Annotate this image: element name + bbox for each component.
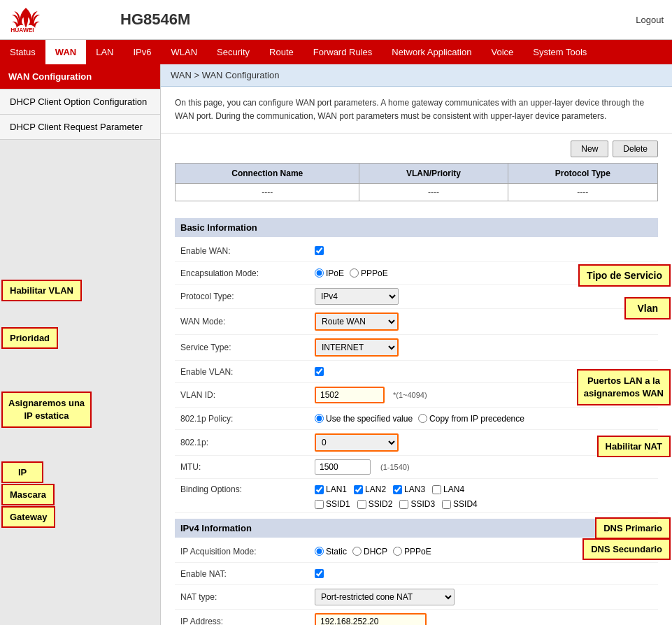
enable-nat-label: Enable NAT:: [175, 569, 315, 579]
copy-ip-option[interactable]: Copy from IP precedence: [418, 414, 524, 424]
nav-voice[interactable]: Voice: [481, 40, 523, 64]
wan-mode-label: WAN Mode:: [175, 317, 315, 326]
enable-wan-label: Enable WAN:: [175, 246, 315, 256]
ssid1-check[interactable]: SSID1: [315, 499, 350, 509]
annotation-vlan: Vlan: [624, 297, 671, 319]
svg-text:HUAWEI: HUAWEI: [10, 27, 34, 34]
mtu-label: MTU:: [175, 462, 315, 472]
pppoe-ip-option[interactable]: PPPoE: [393, 547, 431, 556]
nav-status[interactable]: Status: [0, 40, 45, 64]
col-protocol-type: Protocol Type: [508, 164, 657, 184]
annotation-tipo-servicio: Tipo de Servicio: [578, 264, 671, 287]
basic-info-header: Basic Information: [175, 218, 658, 237]
enable-wan-row: Enable WAN:: [175, 240, 658, 262]
8021p-select[interactable]: 0 1 2 3 4 5 6 7: [315, 433, 399, 452]
dhcp-option[interactable]: DHCP: [352, 547, 387, 556]
nav-forward[interactable]: Forward Rules: [303, 40, 383, 64]
lan-checkboxes: LAN1 LAN2 LAN3 LAN4: [315, 484, 478, 494]
policy-8021p-row: 802.1p Policy: Use the specified value C…: [175, 408, 658, 430]
col-connection-name: Connection Name: [176, 164, 359, 184]
annotation-ip-estatica: Asignaremos unaIP estatica: [1, 391, 92, 428]
ip-address-row: IP Address:: [175, 610, 658, 625]
ip-address-input[interactable]: [315, 613, 427, 625]
nav-route[interactable]: Route: [259, 40, 303, 64]
ip-mode-label: IP Acquisition Mode:: [175, 547, 315, 556]
annotation-habilitar-vlan: Habilitar VLAN: [1, 280, 82, 301]
info-box: On this page, you can configure WAN port…: [161, 87, 672, 134]
annotation-prioridad: Prioridad: [1, 327, 58, 349]
delete-button[interactable]: Delete: [613, 141, 658, 157]
nat-type-label: NAT type:: [175, 592, 315, 602]
ipoE-option[interactable]: IPoE: [315, 268, 344, 278]
annotation-dns-primario: DNS Primario: [595, 517, 671, 539]
nav-ipv6[interactable]: IPv6: [124, 40, 162, 64]
table-row: ---- ---- ----: [176, 184, 658, 201]
encapsulation-label: Encapsulation Mode:: [175, 268, 315, 278]
policy-8021p-label: 802.1p Policy:: [175, 414, 315, 424]
sidebar-wan-config[interactable]: WAN Configuration: [0, 64, 160, 89]
lan4-check[interactable]: LAN4: [432, 484, 464, 494]
nat-type-select[interactable]: Port-restricted cone NAT Full cone NAT A…: [315, 589, 455, 605]
ssid3-check[interactable]: SSID3: [399, 499, 435, 509]
binding-row: Binding Options: LAN1 LAN2 LAN3 LAN4 SSI…: [175, 479, 658, 513]
wan-mode-select[interactable]: Route WAN Bridge WAN: [315, 312, 399, 331]
ipv4-info-header: IPv4 Information: [175, 519, 658, 538]
binding-label: Binding Options:: [175, 484, 315, 494]
enable-nat-row: Enable NAT:: [175, 563, 658, 585]
mtu-hint: (1-1540): [380, 463, 410, 471]
pppoe-option[interactable]: PPPoE: [350, 268, 388, 278]
enable-nat-checkbox[interactable]: [315, 569, 324, 578]
8021p-row: 802.1p: 0 1 2 3 4 5 6 7: [175, 430, 658, 456]
nav-security[interactable]: Security: [207, 40, 259, 64]
lan3-check[interactable]: LAN3: [393, 484, 425, 494]
cell-vlan: ----: [359, 184, 508, 201]
protocol-type-row: Protocol Type: IPv4 IPv6 IPv4/IPv6: [175, 285, 658, 309]
annotation-dns-secundario: DNS Secundario: [582, 538, 671, 560]
nat-type-row: NAT type: Port-restricted cone NAT Full …: [175, 585, 658, 610]
annotation-ip: IP: [1, 461, 43, 483]
col-vlan-priority: VLAN/Priority: [359, 164, 508, 184]
nav-system-tools[interactable]: System Tools: [523, 40, 596, 64]
annotation-mascara: Mascara: [1, 484, 55, 505]
protocol-type-select[interactable]: IPv4 IPv6 IPv4/IPv6: [315, 288, 399, 305]
enable-vlan-label: Enable VLAN:: [175, 367, 315, 377]
mtu-input[interactable]: [315, 459, 371, 475]
ssid-checkboxes: SSID1 SSID2 SSID3 SSID4: [315, 499, 478, 509]
breadcrumb: WAN > WAN Configuration: [161, 64, 672, 87]
ssid2-check[interactable]: SSID2: [357, 499, 393, 509]
8021p-label: 802.1p:: [175, 438, 315, 447]
wan-mode-row: WAN Mode: Route WAN Bridge WAN: [175, 309, 658, 335]
use-specified-option[interactable]: Use the specified value: [315, 414, 413, 424]
nav-wlan[interactable]: WLAN: [162, 40, 208, 64]
device-title: HG8546M: [120, 10, 190, 29]
annotation-habilitar-nat: Habilitar NAT: [597, 436, 671, 457]
vlan-id-label: VLAN ID:: [175, 390, 315, 400]
cell-conn-name: ----: [176, 184, 359, 201]
service-type-label: Service Type:: [175, 343, 315, 352]
static-option[interactable]: Static: [315, 547, 347, 556]
enable-vlan-checkbox[interactable]: [315, 367, 324, 376]
mtu-row: MTU: (1-1540): [175, 456, 658, 479]
nav-network-app[interactable]: Network Application: [382, 40, 481, 64]
ip-address-label: IP Address:: [175, 617, 315, 625]
protocol-type-label: Protocol Type:: [175, 292, 315, 301]
annotation-puertos-lan: Puertos LAN a laasignaremos WAN: [577, 369, 671, 405]
enable-wan-checkbox[interactable]: [315, 246, 324, 255]
vlan-hint: *(1~4094): [393, 391, 427, 399]
lan1-check[interactable]: LAN1: [315, 484, 347, 494]
logout-button[interactable]: Logout: [636, 15, 664, 25]
nav-bar: Status WAN LAN IPv6 WLAN Security Route …: [0, 40, 672, 64]
service-type-select[interactable]: INTERNET TR069 VOIP OTHER: [315, 338, 399, 357]
annotation-gateway: Gateway: [1, 506, 55, 528]
sidebar-dhcp-option[interactable]: DHCP Client Option Configuration: [0, 89, 160, 115]
vlan-id-input[interactable]: [315, 387, 385, 403]
new-button[interactable]: New: [571, 141, 608, 157]
service-type-row: Service Type: INTERNET TR069 VOIP OTHER: [175, 335, 658, 361]
cell-proto: ----: [508, 184, 657, 201]
nav-lan[interactable]: LAN: [86, 40, 123, 64]
lan2-check[interactable]: LAN2: [354, 484, 386, 494]
sidebar-dhcp-param[interactable]: DHCP Client Request Parameter: [0, 115, 160, 140]
wan-table: Connection Name VLAN/Priority Protocol T…: [175, 163, 658, 201]
ssid4-check[interactable]: SSID4: [442, 499, 478, 509]
nav-wan[interactable]: WAN: [45, 40, 86, 64]
